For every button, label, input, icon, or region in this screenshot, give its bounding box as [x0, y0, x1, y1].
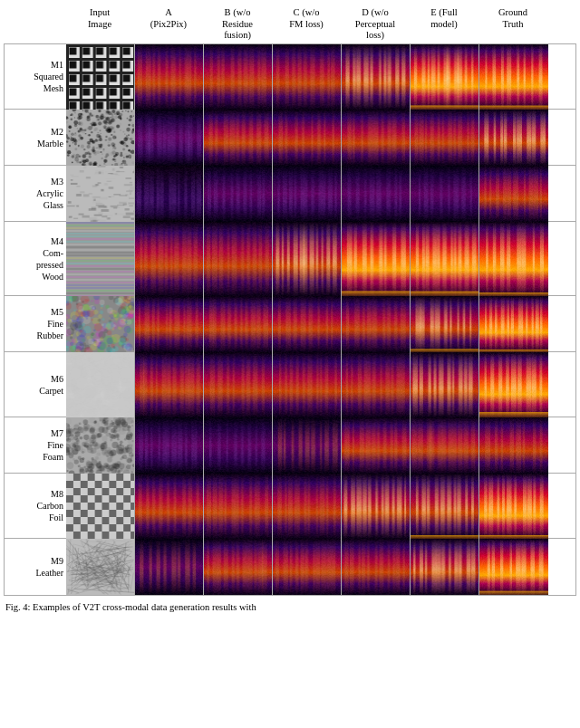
- spec-col6-m8: [479, 474, 548, 539]
- input-image-m6: [66, 352, 135, 417]
- spec-col2-m8: [204, 474, 273, 539]
- spec-col3-m3: [273, 166, 342, 222]
- spec-col1-m8: [135, 474, 204, 539]
- row-m4: M4Com-pressedWood: [5, 222, 575, 296]
- col-header-f: E (Fullmodel): [410, 7, 478, 42]
- label-m3: M3AcrylicGlass: [5, 166, 66, 222]
- spec-col4-m9: [342, 539, 411, 595]
- main-container: InputImage A(Pix2Pix) B (w/oResiduefusio…: [0, 0, 580, 618]
- row-m2: M2Marble: [5, 110, 575, 166]
- spec-col5-m6: [411, 352, 479, 417]
- spec-col5-m2: [411, 110, 479, 166]
- input-image-m2: [66, 110, 135, 166]
- spec-col2-m7: [204, 417, 273, 474]
- spec-col2-m3: [204, 166, 273, 222]
- spec-col6-m9: [479, 539, 548, 595]
- spec-col3-m7: [273, 417, 342, 474]
- spec-col2-m2: [204, 110, 273, 166]
- label-m5: M5FineRubber: [5, 296, 66, 352]
- figure-caption: Fig. 4: Examples of V2T cross-modal data…: [4, 601, 576, 615]
- label-m2: M2Marble: [5, 110, 66, 166]
- spec-col5-m9: [411, 539, 479, 595]
- spec-col6-m6: [479, 352, 548, 417]
- spec-col6-m1: [479, 44, 548, 110]
- spec-col6-m2: [479, 110, 548, 166]
- spec-col1-m1: [135, 44, 204, 110]
- col-header-g: GroundTruth: [478, 7, 547, 42]
- spec-col6-m5: [479, 296, 548, 352]
- spec-col6-m3: [479, 166, 548, 222]
- spec-col1-m3: [135, 166, 204, 222]
- col-header-b: A(Pix2Pix): [134, 7, 203, 42]
- spec-col1-m5: [135, 296, 204, 352]
- spec-col1-m9: [135, 539, 204, 595]
- input-image-m3: [66, 166, 135, 222]
- label-m1: M1SquaredMesh: [5, 44, 66, 110]
- spec-col2-m5: [204, 296, 273, 352]
- results-grid: M1SquaredMeshM2MarbleM3AcrylicGlassM4Com…: [4, 43, 576, 596]
- row-m6: M6Carpet: [5, 352, 575, 417]
- spec-col3-m4: [273, 222, 342, 296]
- input-image-m8: [66, 474, 135, 539]
- spec-col5-m3: [411, 166, 479, 222]
- col-header-c: B (w/oResiduefusion): [203, 7, 272, 42]
- spec-col3-m1: [273, 44, 342, 110]
- spec-col5-m4: [411, 222, 479, 296]
- row-m9: M9Leather: [5, 539, 575, 595]
- row-m5: M5FineRubber: [5, 296, 575, 352]
- input-image-m9: [66, 539, 135, 595]
- spec-col4-m4: [342, 222, 411, 296]
- spec-col5-m5: [411, 296, 479, 352]
- spec-col4-m3: [342, 166, 411, 222]
- row-m1: M1SquaredMesh: [5, 44, 575, 110]
- spec-col5-m8: [411, 474, 479, 539]
- spec-col5-m7: [411, 417, 479, 474]
- col-header-d: C (w/oFM loss): [272, 7, 341, 42]
- input-image-m1: [66, 44, 135, 110]
- spec-col4-m6: [342, 352, 411, 417]
- spec-col2-m1: [204, 44, 273, 110]
- spec-col4-m2: [342, 110, 411, 166]
- spec-col1-m7: [135, 417, 204, 474]
- spec-col1-m2: [135, 110, 204, 166]
- spec-col3-m6: [273, 352, 342, 417]
- label-m6: M6Carpet: [5, 352, 66, 417]
- label-m9: M9Leather: [5, 539, 66, 595]
- row-m3: M3AcrylicGlass: [5, 166, 575, 222]
- spec-col2-m6: [204, 352, 273, 417]
- input-image-m7: [66, 417, 135, 474]
- spec-col2-m4: [204, 222, 273, 296]
- spec-col4-m5: [342, 296, 411, 352]
- spec-col4-m8: [342, 474, 411, 539]
- col-header-e: D (w/oPerceptualloss): [341, 7, 410, 42]
- input-image-m5: [66, 296, 135, 352]
- spec-col6-m4: [479, 222, 548, 296]
- spec-col6-m7: [479, 417, 548, 474]
- row-m8: M8CarbonFoil: [5, 474, 575, 539]
- spec-col5-m1: [411, 44, 479, 110]
- label-m8: M8CarbonFoil: [5, 474, 66, 539]
- label-m7: M7FineFoam: [5, 417, 66, 474]
- input-image-m4: [66, 222, 135, 296]
- spec-col1-m6: [135, 352, 204, 417]
- col-header-a: InputImage: [65, 7, 134, 42]
- label-m4: M4Com-pressedWood: [5, 222, 66, 296]
- spec-col4-m7: [342, 417, 411, 474]
- spec-col2-m9: [204, 539, 273, 595]
- column-headers: InputImage A(Pix2Pix) B (w/oResiduefusio…: [65, 7, 576, 42]
- spec-col3-m9: [273, 539, 342, 595]
- spec-col3-m8: [273, 474, 342, 539]
- spec-col3-m2: [273, 110, 342, 166]
- spec-col4-m1: [342, 44, 411, 110]
- row-m7: M7FineFoam: [5, 417, 575, 474]
- spec-col1-m4: [135, 222, 204, 296]
- spec-col3-m5: [273, 296, 342, 352]
